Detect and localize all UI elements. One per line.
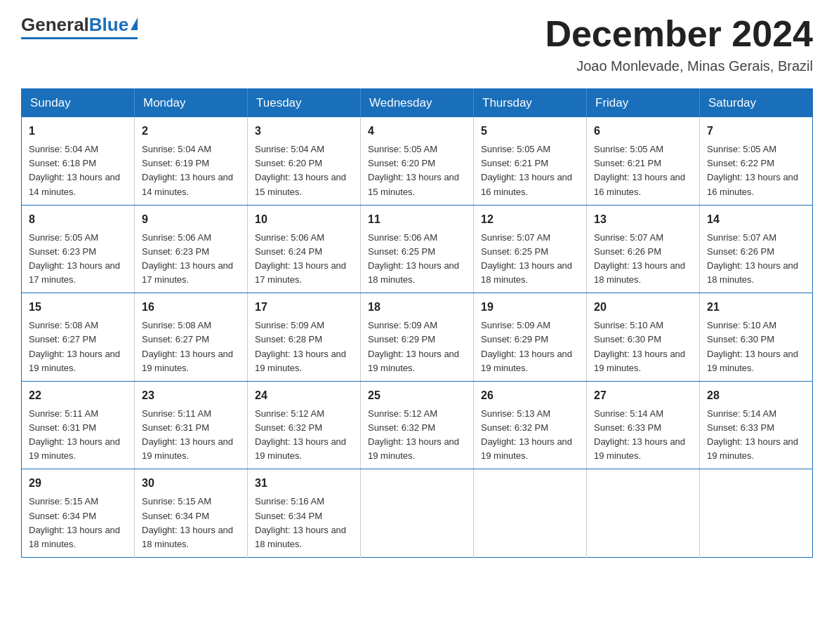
- table-row: 8 Sunrise: 5:05 AMSunset: 6:23 PMDayligh…: [22, 205, 135, 293]
- day-info: Sunrise: 5:05 AMSunset: 6:22 PMDaylight:…: [707, 144, 798, 196]
- day-number: 11: [368, 211, 466, 228]
- day-number: 1: [29, 123, 127, 140]
- day-number: 17: [255, 299, 353, 316]
- logo-blue-part: Blue: [89, 14, 138, 36]
- calendar-table: Sunday Monday Tuesday Wednesday Thursday…: [21, 88, 813, 558]
- table-row: [474, 469, 587, 558]
- day-info: Sunrise: 5:08 AMSunset: 6:27 PMDaylight:…: [142, 320, 233, 373]
- header-tuesday: Tuesday: [248, 89, 361, 118]
- day-number: 24: [255, 387, 353, 404]
- table-row: 1 Sunrise: 5:04 AMSunset: 6:18 PMDayligh…: [22, 117, 135, 205]
- page-header: General Blue December 2024 Joao Monlevad…: [21, 14, 813, 74]
- day-info: Sunrise: 5:11 AMSunset: 6:31 PMDaylight:…: [29, 408, 120, 461]
- day-info: Sunrise: 5:10 AMSunset: 6:30 PMDaylight:…: [594, 320, 685, 373]
- day-info: Sunrise: 5:09 AMSunset: 6:29 PMDaylight:…: [481, 320, 572, 373]
- table-row: 27 Sunrise: 5:14 AMSunset: 6:33 PMDaylig…: [587, 381, 700, 469]
- day-number: 16: [142, 299, 240, 316]
- table-row: [700, 469, 813, 558]
- table-row: 22 Sunrise: 5:11 AMSunset: 6:31 PMDaylig…: [22, 381, 135, 469]
- day-info: Sunrise: 5:06 AMSunset: 6:23 PMDaylight:…: [142, 232, 233, 285]
- day-number: 25: [368, 387, 466, 404]
- table-row: 30 Sunrise: 5:15 AMSunset: 6:34 PMDaylig…: [135, 469, 248, 558]
- logo: General Blue: [21, 14, 138, 39]
- day-number: 2: [142, 123, 240, 140]
- day-info: Sunrise: 5:16 AMSunset: 6:34 PMDaylight:…: [255, 496, 346, 549]
- day-info: Sunrise: 5:13 AMSunset: 6:32 PMDaylight:…: [481, 408, 572, 461]
- table-row: 29 Sunrise: 5:15 AMSunset: 6:34 PMDaylig…: [22, 469, 135, 558]
- day-number: 8: [29, 211, 127, 228]
- day-info: Sunrise: 5:05 AMSunset: 6:21 PMDaylight:…: [481, 144, 572, 196]
- day-number: 6: [594, 123, 692, 140]
- day-number: 26: [481, 387, 579, 404]
- table-row: 5 Sunrise: 5:05 AMSunset: 6:21 PMDayligh…: [474, 117, 587, 205]
- logo-blue-text: Blue: [89, 14, 128, 36]
- day-info: Sunrise: 5:07 AMSunset: 6:26 PMDaylight:…: [594, 232, 685, 285]
- table-row: 15 Sunrise: 5:08 AMSunset: 6:27 PMDaylig…: [22, 293, 135, 382]
- table-row: 28 Sunrise: 5:14 AMSunset: 6:33 PMDaylig…: [700, 381, 813, 469]
- table-row: 23 Sunrise: 5:11 AMSunset: 6:31 PMDaylig…: [135, 381, 248, 469]
- calendar-week-row: 1 Sunrise: 5:04 AMSunset: 6:18 PMDayligh…: [22, 117, 813, 205]
- header-thursday: Thursday: [474, 89, 587, 118]
- day-number: 14: [707, 211, 805, 228]
- table-row: 3 Sunrise: 5:04 AMSunset: 6:20 PMDayligh…: [248, 117, 361, 205]
- day-info: Sunrise: 5:07 AMSunset: 6:26 PMDaylight:…: [707, 232, 798, 285]
- table-row: 2 Sunrise: 5:04 AMSunset: 6:19 PMDayligh…: [135, 117, 248, 205]
- day-number: 9: [142, 211, 240, 228]
- day-info: Sunrise: 5:12 AMSunset: 6:32 PMDaylight:…: [255, 408, 346, 461]
- day-number: 29: [29, 475, 127, 492]
- header-friday: Friday: [587, 89, 700, 118]
- day-info: Sunrise: 5:04 AMSunset: 6:19 PMDaylight:…: [142, 144, 233, 196]
- day-info: Sunrise: 5:10 AMSunset: 6:30 PMDaylight:…: [707, 320, 798, 373]
- table-row: 6 Sunrise: 5:05 AMSunset: 6:21 PMDayligh…: [587, 117, 700, 205]
- logo-general-text: General: [21, 14, 89, 36]
- calendar-week-row: 15 Sunrise: 5:08 AMSunset: 6:27 PMDaylig…: [22, 293, 813, 382]
- header-monday: Monday: [135, 89, 248, 118]
- day-info: Sunrise: 5:05 AMSunset: 6:23 PMDaylight:…: [29, 232, 120, 285]
- day-number: 20: [594, 299, 692, 316]
- table-row: 20 Sunrise: 5:10 AMSunset: 6:30 PMDaylig…: [587, 293, 700, 382]
- day-number: 4: [368, 123, 466, 140]
- day-number: 31: [255, 475, 353, 492]
- day-number: 10: [255, 211, 353, 228]
- day-info: Sunrise: 5:15 AMSunset: 6:34 PMDaylight:…: [142, 496, 233, 549]
- day-info: Sunrise: 5:15 AMSunset: 6:34 PMDaylight:…: [29, 496, 120, 549]
- day-info: Sunrise: 5:06 AMSunset: 6:24 PMDaylight:…: [255, 232, 346, 285]
- table-row: 31 Sunrise: 5:16 AMSunset: 6:34 PMDaylig…: [248, 469, 361, 558]
- table-row: 25 Sunrise: 5:12 AMSunset: 6:32 PMDaylig…: [361, 381, 474, 469]
- table-row: 19 Sunrise: 5:09 AMSunset: 6:29 PMDaylig…: [474, 293, 587, 382]
- day-info: Sunrise: 5:07 AMSunset: 6:25 PMDaylight:…: [481, 232, 572, 285]
- location-subtitle: Joao Monlevade, Minas Gerais, Brazil: [545, 58, 813, 74]
- day-info: Sunrise: 5:04 AMSunset: 6:18 PMDaylight:…: [29, 144, 120, 196]
- header-wednesday: Wednesday: [361, 89, 474, 118]
- table-row: 24 Sunrise: 5:12 AMSunset: 6:32 PMDaylig…: [248, 381, 361, 469]
- day-info: Sunrise: 5:08 AMSunset: 6:27 PMDaylight:…: [29, 320, 120, 373]
- day-info: Sunrise: 5:09 AMSunset: 6:29 PMDaylight:…: [368, 320, 459, 373]
- page-title: December 2024: [545, 14, 813, 54]
- header-saturday: Saturday: [700, 89, 813, 118]
- day-number: 15: [29, 299, 127, 316]
- table-row: [587, 469, 700, 558]
- table-row: 13 Sunrise: 5:07 AMSunset: 6:26 PMDaylig…: [587, 205, 700, 293]
- table-row: 9 Sunrise: 5:06 AMSunset: 6:23 PMDayligh…: [135, 205, 248, 293]
- logo-triangle-icon: [131, 18, 138, 30]
- table-row: 7 Sunrise: 5:05 AMSunset: 6:22 PMDayligh…: [700, 117, 813, 205]
- day-info: Sunrise: 5:12 AMSunset: 6:32 PMDaylight:…: [368, 408, 459, 461]
- day-info: Sunrise: 5:14 AMSunset: 6:33 PMDaylight:…: [707, 408, 798, 461]
- table-row: 10 Sunrise: 5:06 AMSunset: 6:24 PMDaylig…: [248, 205, 361, 293]
- day-info: Sunrise: 5:06 AMSunset: 6:25 PMDaylight:…: [368, 232, 459, 285]
- day-number: 3: [255, 123, 353, 140]
- table-row: 16 Sunrise: 5:08 AMSunset: 6:27 PMDaylig…: [135, 293, 248, 382]
- day-number: 7: [707, 123, 805, 140]
- table-row: 26 Sunrise: 5:13 AMSunset: 6:32 PMDaylig…: [474, 381, 587, 469]
- calendar-week-row: 22 Sunrise: 5:11 AMSunset: 6:31 PMDaylig…: [22, 381, 813, 469]
- day-info: Sunrise: 5:05 AMSunset: 6:21 PMDaylight:…: [594, 144, 685, 196]
- calendar-week-row: 8 Sunrise: 5:05 AMSunset: 6:23 PMDayligh…: [22, 205, 813, 293]
- day-number: 30: [142, 475, 240, 492]
- day-number: 19: [481, 299, 579, 316]
- day-number: 13: [594, 211, 692, 228]
- table-row: [361, 469, 474, 558]
- day-number: 12: [481, 211, 579, 228]
- title-area: December 2024 Joao Monlevade, Minas Gera…: [545, 14, 813, 74]
- table-row: 4 Sunrise: 5:05 AMSunset: 6:20 PMDayligh…: [361, 117, 474, 205]
- header-sunday: Sunday: [22, 89, 135, 118]
